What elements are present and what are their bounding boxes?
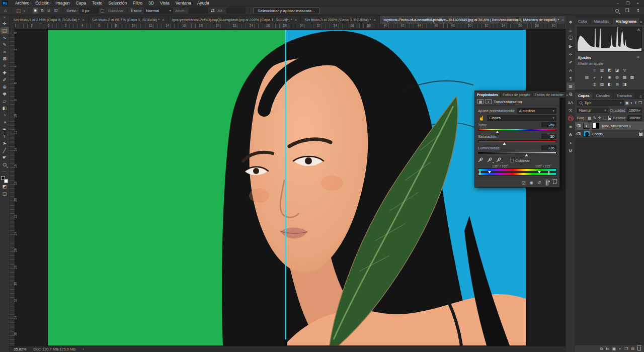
curvas-icon[interactable]: ◩ [607, 67, 612, 72]
new-group-icon[interactable]: ❒ [624, 346, 628, 351]
delete-adjustment-icon[interactable] [553, 180, 556, 185]
tool-dropdown-icon[interactable]: ▾ [24, 9, 25, 13]
mapa-degradado-icon[interactable]: ◧ [607, 81, 612, 86]
saturation-value[interactable]: -30 [541, 134, 556, 139]
zoom-tool[interactable] [1, 161, 9, 168]
lock-artboard-icon[interactable]: ⬚ [603, 116, 607, 120]
range-marker-2[interactable] [488, 171, 491, 173]
add-mask-icon[interactable]: ▣ [612, 346, 616, 351]
doc-tab-3[interactable]: igor-yemelianov-2zf9OjuoqQk-unsplash.jpg… [169, 16, 301, 24]
gradient-tool[interactable]: ◧ [1, 105, 9, 112]
background-lock-icon[interactable] [639, 133, 642, 136]
filter-adjustment-icon[interactable]: ◐ [630, 101, 633, 105]
filter-pixel-icon[interactable]: ▣ [625, 101, 629, 105]
tab-estilos-caracter[interactable]: Estilos de carácter [533, 92, 567, 98]
close-button[interactable]: × [636, 1, 639, 6]
tab-muestras[interactable]: Muestras [591, 18, 613, 25]
eraser-tool[interactable]: ▱ [1, 98, 9, 105]
menu-ventana[interactable]: Ventana [173, 1, 194, 6]
clip-to-layer-icon[interactable]: ◲ [521, 180, 525, 185]
intensidad-icon[interactable]: ▽ [622, 67, 627, 72]
layer-mask-thumbnail[interactable] [592, 123, 599, 129]
range-marker-1[interactable] [479, 171, 480, 174]
minimize-button[interactable]: – [617, 1, 619, 6]
actions-icon[interactable]: ▶ [567, 42, 575, 50]
brush-settings-icon[interactable]: ✑ [567, 50, 575, 58]
layer-visibility-icon[interactable] [577, 132, 581, 135]
umbral-icon[interactable]: ▨ [599, 81, 605, 86]
tab-propiedades[interactable]: Propiedades [475, 92, 501, 98]
color-themes-icon[interactable]: ❖ [567, 18, 575, 26]
height-input[interactable] [226, 8, 246, 14]
export-icon[interactable]: ◖ [567, 139, 575, 146]
invertir-icon[interactable]: ▩ [629, 74, 635, 79]
properties-icon[interactable]: ☰ [567, 82, 575, 90]
hue-range-ramps[interactable] [478, 168, 556, 177]
saturation-slider[interactable] [478, 139, 556, 144]
quick-mask-icon[interactable]: ◩ [1, 183, 9, 190]
crop-tool[interactable]: ⌗ [1, 48, 9, 55]
clone-stamp-tool[interactable]: ⊕ [1, 83, 9, 91]
targeted-adjustment-icon[interactable]: ☝ [478, 116, 485, 121]
filter-shape-icon[interactable]: ❒ [638, 101, 642, 105]
lightness-slider-thumb[interactable] [525, 154, 528, 156]
menu-selección[interactable]: Selección [105, 1, 130, 6]
search-icon[interactable] [615, 9, 619, 13]
tab-capas[interactable]: Capas [575, 93, 593, 99]
menu-ayuda[interactable]: Ayuda [194, 1, 212, 6]
menu-capa[interactable]: Capa [73, 1, 89, 6]
doc-tab-1[interactable]: Sin título-1 al 276% (Capa 8, RGB/8#) *× [10, 16, 89, 24]
lock-position-icon[interactable]: ✛ [598, 116, 601, 120]
select-and-mask-button[interactable]: Seleccionar y aplicar máscara... [253, 8, 319, 14]
path-selection-tool[interactable]: ➤ [1, 140, 9, 147]
tono-saturacion-icon[interactable]: ▤ [584, 74, 590, 79]
tab-canales[interactable]: Canales [593, 93, 614, 99]
layer-style-icon[interactable]: fx [606, 346, 609, 351]
paragraph-icon[interactable]: ¶ [567, 74, 575, 82]
screen-mode-icon[interactable]: ▢ [1, 190, 9, 197]
props-overflow-icon[interactable]: » [566, 93, 570, 98]
home-icon[interactable]: ⌂ [3, 8, 8, 13]
menu-3d[interactable]: 3D [145, 1, 157, 6]
eyedropper-tool[interactable]: ✧ [1, 62, 9, 69]
close-tab-icon[interactable]: × [373, 18, 376, 22]
filtro-fotografia-icon[interactable]: ◉ [607, 74, 612, 79]
toggle-visibility-icon[interactable] [545, 180, 549, 186]
correccion-selectiva-icon[interactable]: ⊞ [614, 81, 620, 86]
close-tab-icon[interactable]: × [295, 18, 297, 22]
marquee-tool[interactable]: ⬚ [1, 27, 9, 34]
plugin-icon[interactable]: ✼ [567, 131, 575, 138]
mezclador-canales-icon[interactable]: ◍ [614, 74, 620, 79]
glyphs-icon[interactable]: aA [567, 99, 575, 106]
move-tool[interactable]: ✛ [1, 20, 9, 27]
dodge-tool[interactable]: ◑ [1, 119, 9, 126]
swap-dimensions-icon[interactable]: ⇄ [210, 8, 216, 13]
status-chevron-icon[interactable]: › [83, 347, 84, 351]
equilibrio-color-icon[interactable]: ◒ [592, 74, 597, 79]
document-image[interactable] [48, 30, 526, 345]
fondo-thumbnail[interactable] [583, 131, 590, 137]
tab-trazados[interactable]: Trazados [613, 93, 635, 99]
doc-tab-2[interactable]: Sin título-2 al 66,7% (Capa 1, RGB/8#) *… [89, 16, 169, 24]
histogram-menu-icon[interactable]: ≡ [640, 20, 644, 25]
antialias-checkbox[interactable] [101, 9, 104, 13]
layer-row-adjustment[interactable]: ◐ Tono/saturación 1 [575, 122, 644, 130]
preset-select[interactable]: A medida▾ [517, 108, 556, 114]
healing-brush-tool[interactable]: ✚ [1, 69, 9, 76]
workspace-icon[interactable]: ❐ [624, 8, 630, 13]
menu-vista[interactable]: Vista [157, 1, 173, 6]
restore-button[interactable]: ❐ [626, 1, 629, 6]
menu-texto[interactable]: Texto [89, 1, 105, 6]
histogram-warning-icon[interactable]: ⚠ [637, 28, 640, 32]
ajustes-menu-icon[interactable]: ≡ [637, 55, 641, 60]
lock-all-icon[interactable] [608, 118, 611, 120]
props-menu-icon[interactable]: ≡ [571, 93, 575, 98]
saturation-slider-thumb[interactable] [503, 142, 506, 145]
menu-archivo[interactable]: Archivo [12, 1, 32, 6]
range-marker-3[interactable] [538, 171, 541, 173]
brillo-contraste-icon[interactable]: ☼ [592, 67, 597, 72]
tab-estilos-parrafo[interactable]: Estilos de párrafo [501, 92, 532, 98]
ruler-left[interactable]: 024681012141618202224262830323436 [10, 29, 15, 346]
reset-adjustment-icon[interactable]: ↺ [537, 180, 541, 185]
zoom-level[interactable]: 35,82% [14, 347, 26, 351]
